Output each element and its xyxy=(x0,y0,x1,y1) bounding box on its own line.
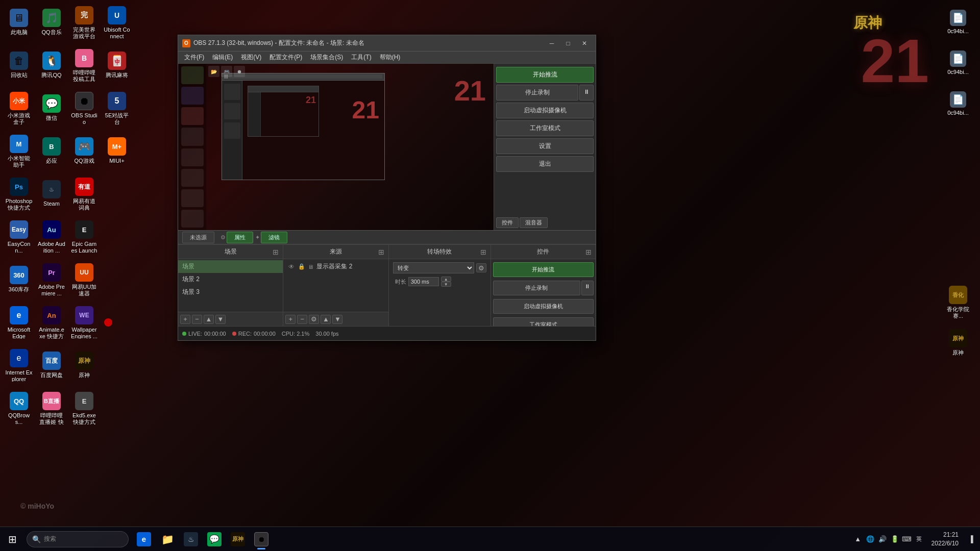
duration-up-btn[interactable]: ▲ xyxy=(441,277,451,282)
taskbar-explorer[interactable]: 📁 xyxy=(156,528,179,550)
icon-xiaomi-ai[interactable]: M 小米智能助手 xyxy=(4,133,34,169)
icon-xiaomi-games[interactable]: 小米 小米游戏盒子 xyxy=(4,90,34,127)
icon-qqgames[interactable]: 🎮 QQ游戏 xyxy=(69,133,99,169)
icon-genshin-desktop[interactable]: 原神 原神 xyxy=(69,347,99,384)
sources-expand-btn[interactable]: ⊞ xyxy=(376,247,386,257)
icon-youdao[interactable]: 有道 网易有道词典 xyxy=(69,176,99,212)
scene-down-btn[interactable]: ▼ xyxy=(215,315,226,324)
visibility-icon[interactable]: 👁 xyxy=(287,263,296,271)
duration-input[interactable] xyxy=(408,277,439,286)
icon-file-ri1[interactable]: 📄 0c94bi... xyxy=(943,4,973,41)
controls-pause-rec[interactable]: ⏸ xyxy=(581,281,594,295)
controls-stop-rec[interactable]: 停止录制 xyxy=(493,281,580,295)
icon-uu[interactable]: UU 网易UU加速器 xyxy=(69,261,99,298)
controls-tab[interactable]: 控件 xyxy=(496,217,519,228)
taskbar-wechat-app[interactable]: 💬 xyxy=(203,528,226,550)
icon-recycle[interactable]: 🗑 回收站 xyxy=(4,47,34,84)
exit-btn[interactable]: 退出 xyxy=(496,156,594,172)
taskbar-edge[interactable]: e xyxy=(133,528,155,550)
taskbar-obs-app[interactable]: ⏺ xyxy=(250,528,273,550)
menu-view[interactable]: 视图(V) xyxy=(237,52,265,63)
start-virtual-cam-btn[interactable]: 启动虚拟摄像机 xyxy=(496,103,594,118)
icon-genshin-folder[interactable]: 香化 香化学院赛... xyxy=(943,284,973,320)
properties-btn[interactable]: 属性 xyxy=(227,232,253,243)
taskbar-genshin-app[interactable]: 原神 xyxy=(227,528,249,550)
filter-settings-btn[interactable]: ⚙ xyxy=(476,263,486,272)
icon-genshin-ri[interactable]: 原神 原神 xyxy=(943,324,973,361)
scene-up-btn[interactable]: ▲ xyxy=(204,315,214,324)
controls-studio-mode[interactable]: 工作室模式 xyxy=(493,317,594,326)
icon-computer[interactable]: 🖥 此电脑 xyxy=(4,4,34,41)
scenes-expand-btn[interactable]: ⊞ xyxy=(271,247,281,257)
tray-volume-icon[interactable]: 🔊 xyxy=(877,534,888,544)
icon-obs-desktop[interactable]: ⏺ OBS Studio xyxy=(69,90,99,127)
menu-tools[interactable]: 工具(T) xyxy=(347,52,375,63)
tray-network-icon[interactable]: 🌐 xyxy=(865,534,875,544)
pause-recording-btn[interactable]: ⏸ xyxy=(579,85,594,101)
start-streaming-btn[interactable]: 开始推流 xyxy=(496,67,594,83)
icon-baidupan[interactable]: 百度 百度网盘 xyxy=(37,347,66,384)
controls-virtual-cam[interactable]: 启动虚拟摄像机 xyxy=(493,299,594,314)
source-up-btn[interactable]: ▲ xyxy=(321,315,331,324)
icon-bilibili-upload[interactable]: B 哔哩哔哩投稿工具 xyxy=(69,47,99,84)
icon-edge[interactable]: e Microsoft Edge xyxy=(4,304,34,341)
menu-help[interactable]: 帮助(H) xyxy=(376,52,405,63)
source-down-btn[interactable]: ▼ xyxy=(332,315,342,324)
icon-ubisoft[interactable]: U Ubisoft Connect xyxy=(102,4,132,41)
no-source-btn[interactable]: 未选源 xyxy=(182,232,214,243)
taskbar-steam-app[interactable]: ♨ xyxy=(180,528,202,550)
icon-easyconn[interactable]: Easy EasyConn... xyxy=(4,218,34,255)
filters-expand-btn[interactable]: ⊞ xyxy=(478,247,488,257)
obs-maximize-btn[interactable]: □ xyxy=(561,38,575,48)
tray-battery-icon[interactable]: 🔋 xyxy=(890,534,900,544)
icon-premiere[interactable]: Pr Adobe Premiere ... xyxy=(37,261,66,298)
icon-qq[interactable]: 🐧 腾讯QQ xyxy=(37,47,66,84)
icon-file-ri3[interactable]: 📄 0c94bi... xyxy=(943,86,973,122)
scene-item-1[interactable]: 场景 xyxy=(178,260,283,273)
icon-mahjong[interactable]: 🀄 腾讯麻将 xyxy=(102,47,132,84)
source-settings-btn[interactable]: ⚙ xyxy=(309,315,319,324)
icon-audition[interactable]: Au Adobe Audition ... xyxy=(37,218,66,255)
icon-photoshop[interactable]: Ps Photoshop 快捷方式 xyxy=(4,176,34,212)
remove-source-btn[interactable]: − xyxy=(297,315,307,324)
menu-edit[interactable]: 编辑(E) xyxy=(208,52,237,63)
filters-btn[interactable]: 滤镜 xyxy=(261,232,287,243)
start-button[interactable]: ⊞ xyxy=(0,527,24,552)
menu-file[interactable]: 文件(F) xyxy=(180,52,208,63)
menu-scene-collection[interactable]: 场景集合(S) xyxy=(306,52,347,63)
icon-perfect-world[interactable]: 完 完美世界游戏平台 xyxy=(69,4,99,41)
add-scene-btn[interactable]: + xyxy=(180,315,190,324)
icon-bing[interactable]: B 必应 xyxy=(37,133,66,169)
system-clock[interactable]: 21:21 2022/6/10 xyxy=(927,531,963,548)
settings-btn[interactable]: 设置 xyxy=(496,138,594,154)
icon-5e[interactable]: 5 5E对战平台 xyxy=(102,90,132,127)
duration-down-btn[interactable]: ▼ xyxy=(441,282,451,287)
icon-ekd5[interactable]: E Ekd5.exe 快捷方式 xyxy=(69,390,99,427)
taskbar-search-box[interactable]: 🔍 搜索 xyxy=(27,531,129,547)
icon-file-ri2[interactable]: 📄 0c94bi... xyxy=(943,45,973,82)
icon-steam[interactable]: ♨ Steam xyxy=(37,176,66,212)
menu-profile[interactable]: 配置文件(P) xyxy=(265,52,306,63)
mixer-tab[interactable]: 混音器 xyxy=(520,217,548,228)
obs-close-btn[interactable]: ✕ xyxy=(577,38,592,48)
icon-epic[interactable]: E Epic Games Launcher xyxy=(69,218,99,255)
icon-ie[interactable]: e Internet Explorer xyxy=(4,347,34,384)
controls-start-streaming[interactable]: 开始推流 xyxy=(493,262,594,277)
tray-keyboard-icon[interactable]: ⌨ xyxy=(902,534,912,544)
icon-wechat[interactable]: 💬 微信 xyxy=(37,90,66,127)
icon-miui-plus[interactable]: M+ MIUI+ xyxy=(102,133,132,169)
icon-wallpaper[interactable]: WE Wallpaper Engines ... xyxy=(69,304,99,341)
icon-qqmusic[interactable]: 🎵 QQ音乐 xyxy=(37,4,66,41)
studio-mode-btn[interactable]: 工作室模式 xyxy=(496,120,594,136)
icon-360[interactable]: 360 360库存 xyxy=(4,261,34,298)
stop-recording-btn[interactable]: 停止录制 xyxy=(496,85,578,101)
scene-item-3[interactable]: 场景 3 xyxy=(178,286,283,298)
show-desktop-btn[interactable]: ▐ xyxy=(966,534,976,544)
tray-expand-btn[interactable]: ▲ xyxy=(853,534,863,544)
lock-icon[interactable]: 🔒 xyxy=(298,263,306,271)
icon-animate[interactable]: An Animate.exe 快捷方式 xyxy=(37,304,66,341)
icon-qqbrowser[interactable]: QQ QQBrows... xyxy=(4,390,34,427)
add-source-btn[interactable]: + xyxy=(285,315,296,324)
tray-lang-icon[interactable]: 英 xyxy=(914,534,924,544)
icon-bilibili-live[interactable]: B直播 哔哩哔哩直播姬 快捷方式 xyxy=(37,390,66,427)
